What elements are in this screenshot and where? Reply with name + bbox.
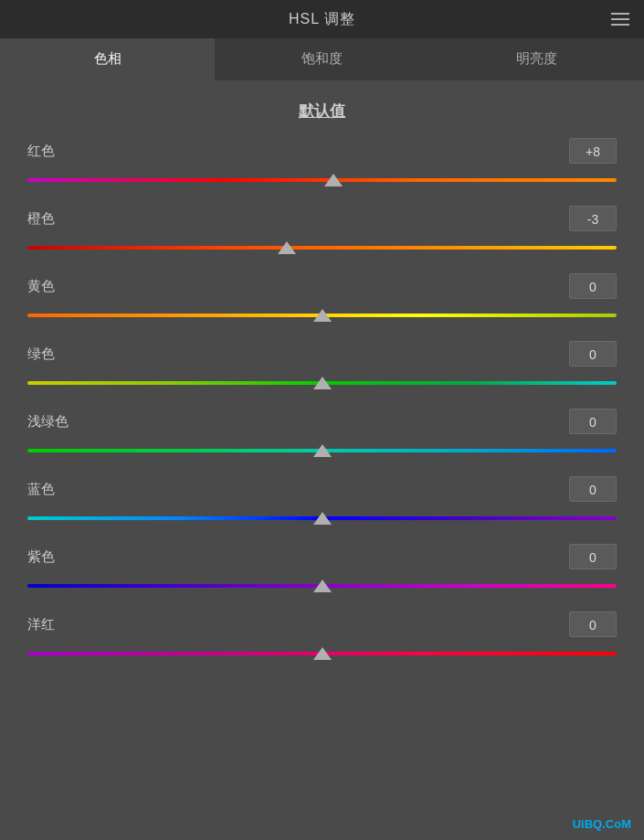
content-area: 默认值 红色 +8 橙色 -3 bbox=[0, 80, 644, 840]
slider-row-cyan: 浅绿色 0 bbox=[27, 409, 617, 460]
slider-row-green: 绿色 0 bbox=[27, 341, 617, 392]
slider-thumb-blue[interactable] bbox=[313, 512, 332, 525]
slider-track-purple bbox=[27, 584, 617, 588]
slider-header-yellow: 黄色 0 bbox=[27, 273, 617, 299]
slider-label-cyan: 浅绿色 bbox=[27, 413, 69, 431]
slider-track-magenta bbox=[27, 652, 617, 655]
slider-header-magenta: 洋红 0 bbox=[27, 611, 617, 637]
slider-header-red: 红色 +8 bbox=[27, 138, 617, 164]
slider-header-green: 绿色 0 bbox=[27, 341, 617, 367]
menu-line-3 bbox=[611, 24, 629, 26]
slider-row-blue: 蓝色 0 bbox=[27, 476, 617, 527]
slider-label-blue: 蓝色 bbox=[27, 481, 55, 498]
tab-hue-label: 色相 bbox=[94, 50, 121, 68]
app-container: HSL 调整 色相 饱和度 明亮度 默认值 红色 +8 bbox=[0, 0, 644, 840]
slider-label-purple: 紫色 bbox=[27, 548, 55, 566]
slider-track-orange bbox=[27, 246, 617, 250]
header-title: HSL 调整 bbox=[289, 10, 355, 29]
sliders-container: 红色 +8 橙色 -3 黄色 bbox=[27, 138, 617, 663]
slider-label-red: 红色 bbox=[27, 143, 55, 160]
slider-row-orange: 橙色 -3 bbox=[27, 206, 617, 257]
slider-header-blue: 蓝色 0 bbox=[27, 476, 617, 502]
tab-brightness-label: 明亮度 bbox=[516, 50, 557, 68]
slider-value-blue[interactable]: 0 bbox=[569, 476, 617, 502]
header: HSL 调整 bbox=[0, 0, 644, 38]
slider-value-red[interactable]: +8 bbox=[569, 138, 617, 164]
slider-value-orange[interactable]: -3 bbox=[569, 206, 617, 231]
slider-header-orange: 橙色 -3 bbox=[27, 206, 617, 231]
slider-value-yellow[interactable]: 0 bbox=[569, 273, 617, 299]
slider-track-container-magenta[interactable] bbox=[27, 644, 617, 663]
slider-track-container-purple[interactable] bbox=[27, 577, 617, 595]
slider-track-container-blue[interactable] bbox=[27, 509, 617, 527]
slider-thumb-cyan[interactable] bbox=[313, 444, 332, 457]
slider-track-container-red[interactable] bbox=[27, 171, 617, 189]
tabs-container: 色相 饱和度 明亮度 bbox=[0, 38, 644, 80]
tab-saturation-label: 饱和度 bbox=[301, 50, 343, 68]
slider-thumb-purple[interactable] bbox=[313, 579, 332, 592]
slider-thumb-yellow[interactable] bbox=[313, 309, 332, 322]
slider-row-yellow: 黄色 0 bbox=[27, 273, 617, 324]
menu-icon[interactable] bbox=[611, 13, 629, 26]
slider-value-purple[interactable]: 0 bbox=[569, 544, 617, 569]
menu-line-1 bbox=[611, 13, 629, 15]
slider-header-cyan: 浅绿色 0 bbox=[27, 409, 617, 434]
slider-track-red bbox=[27, 178, 617, 182]
slider-thumb-orange[interactable] bbox=[278, 241, 296, 254]
slider-value-cyan[interactable]: 0 bbox=[569, 409, 617, 434]
section-title: 默认值 bbox=[27, 101, 617, 122]
slider-row-red: 红色 +8 bbox=[27, 138, 617, 189]
watermark: UiBQ.CoM bbox=[573, 817, 631, 831]
slider-thumb-green[interactable] bbox=[313, 377, 332, 389]
slider-track-container-orange[interactable] bbox=[27, 239, 617, 257]
slider-label-magenta: 洋红 bbox=[27, 616, 55, 633]
slider-track-yellow bbox=[27, 314, 617, 317]
slider-track-container-green[interactable] bbox=[27, 374, 617, 392]
slider-header-purple: 紫色 0 bbox=[27, 544, 617, 569]
menu-line-2 bbox=[611, 18, 629, 20]
slider-track-blue bbox=[27, 516, 617, 520]
slider-track-cyan bbox=[27, 449, 617, 452]
tab-hue[interactable]: 色相 bbox=[0, 38, 215, 80]
slider-label-orange: 橙色 bbox=[27, 210, 55, 228]
slider-track-container-yellow[interactable] bbox=[27, 306, 617, 324]
slider-row-purple: 紫色 0 bbox=[27, 544, 617, 595]
slider-thumb-magenta[interactable] bbox=[313, 647, 332, 660]
slider-value-green[interactable]: 0 bbox=[569, 341, 617, 367]
slider-track-green bbox=[27, 381, 617, 385]
slider-label-yellow: 黄色 bbox=[27, 278, 55, 295]
slider-label-green: 绿色 bbox=[27, 346, 55, 363]
slider-track-container-cyan[interactable] bbox=[27, 441, 617, 460]
slider-thumb-red[interactable] bbox=[324, 174, 343, 186]
slider-row-magenta: 洋红 0 bbox=[27, 611, 617, 663]
tab-brightness[interactable]: 明亮度 bbox=[429, 38, 644, 80]
tab-saturation[interactable]: 饱和度 bbox=[215, 38, 429, 80]
slider-value-magenta[interactable]: 0 bbox=[569, 611, 617, 637]
